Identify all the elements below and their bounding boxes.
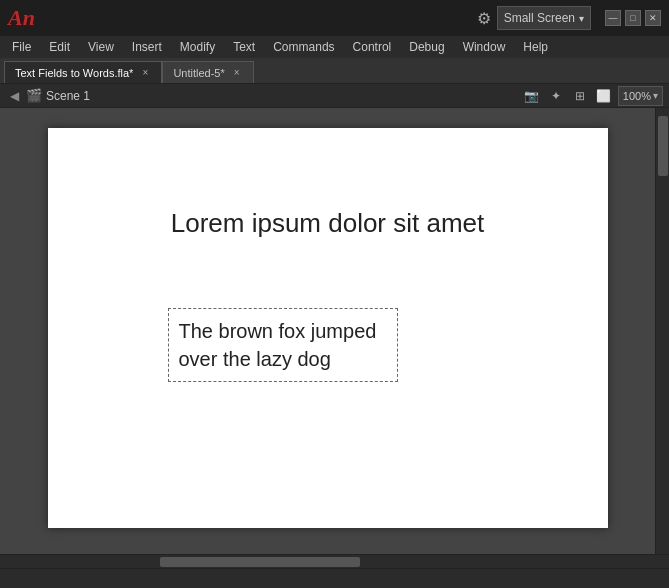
maximize-button[interactable]: □	[625, 10, 641, 26]
text-field-box[interactable]: The brown fox jumped over the lazy dog	[168, 308, 398, 382]
tab-1[interactable]: Untitled-5*×	[162, 61, 253, 83]
transform-icon[interactable]: ✦	[546, 86, 566, 106]
horizontal-scrollbar[interactable]	[0, 554, 669, 568]
zoom-value: 100%	[623, 90, 651, 102]
horizontal-scrollbar-thumb[interactable]	[160, 557, 360, 567]
scene-name: Scene 1	[46, 89, 90, 103]
tab-close-1[interactable]: ×	[231, 67, 243, 79]
scene-bar-left: ◀ 🎬 Scene 1	[6, 88, 518, 104]
menu-item-view[interactable]: View	[80, 36, 122, 58]
white-canvas: Lorem ipsum dolor sit amet The brown fox…	[48, 128, 608, 528]
stage: Lorem ipsum dolor sit amet The brown fox…	[0, 108, 655, 554]
canvas-area[interactable]: Lorem ipsum dolor sit amet The brown fox…	[0, 108, 655, 554]
main-area: Lorem ipsum dolor sit amet The brown fox…	[0, 108, 669, 568]
tabs-bar: Text Fields to Words.fla*×Untitled-5*×	[0, 58, 669, 84]
screen-settings-icon[interactable]: ⚙	[477, 9, 491, 28]
chevron-down-icon: ▾	[579, 13, 584, 24]
screen-selector[interactable]: Small Screen ▾	[497, 6, 591, 30]
app-logo: An	[8, 5, 35, 31]
static-text: Lorem ipsum dolor sit amet	[171, 208, 485, 239]
menu-item-commands[interactable]: Commands	[265, 36, 342, 58]
align-icon[interactable]: ⊞	[570, 86, 590, 106]
canvas-inner: Lorem ipsum dolor sit amet The brown fox…	[0, 108, 669, 554]
title-bar: An ⚙ Small Screen ▾ — □ ✕	[0, 0, 669, 36]
scene-bar-right: 📷 ✦ ⊞ ⬜ 100% ▾	[522, 86, 663, 106]
zoom-control[interactable]: 100% ▾	[618, 86, 663, 106]
status-bar	[0, 568, 669, 588]
zoom-dropdown-arrow[interactable]: ▾	[653, 90, 658, 101]
menu-item-control[interactable]: Control	[345, 36, 400, 58]
film-icon: 🎬	[26, 88, 42, 103]
minimize-button[interactable]: —	[605, 10, 621, 26]
close-button[interactable]: ✕	[645, 10, 661, 26]
canvas-wrapper: Lorem ipsum dolor sit amet The brown fox…	[0, 108, 669, 568]
tab-0[interactable]: Text Fields to Words.fla*×	[4, 61, 162, 83]
screen-selector-label: Small Screen	[504, 11, 575, 25]
tab-label-0: Text Fields to Words.fla*	[15, 67, 133, 79]
menu-item-window[interactable]: Window	[455, 36, 514, 58]
back-arrow[interactable]: ◀	[6, 88, 22, 104]
tab-label-1: Untitled-5*	[173, 67, 224, 79]
menu-bar: FileEditViewInsertModifyTextCommandsCont…	[0, 36, 669, 58]
menu-item-insert[interactable]: Insert	[124, 36, 170, 58]
resize-icon[interactable]: ⬜	[594, 86, 614, 106]
tab-close-0[interactable]: ×	[139, 67, 151, 79]
vertical-scrollbar[interactable]	[655, 108, 669, 554]
menu-item-help[interactable]: Help	[515, 36, 556, 58]
menu-item-text[interactable]: Text	[225, 36, 263, 58]
menu-item-debug[interactable]: Debug	[401, 36, 452, 58]
menu-item-file[interactable]: File	[4, 36, 39, 58]
scene-bar: ◀ 🎬 Scene 1 📷 ✦ ⊞ ⬜ 100% ▾	[0, 84, 669, 108]
window-controls: — □ ✕	[605, 10, 661, 26]
camera-icon[interactable]: 📷	[522, 86, 542, 106]
title-bar-right: ⚙ Small Screen ▾ — □ ✕	[477, 6, 661, 30]
menu-item-modify[interactable]: Modify	[172, 36, 223, 58]
vertical-scrollbar-thumb[interactable]	[658, 116, 668, 176]
menu-item-edit[interactable]: Edit	[41, 36, 78, 58]
